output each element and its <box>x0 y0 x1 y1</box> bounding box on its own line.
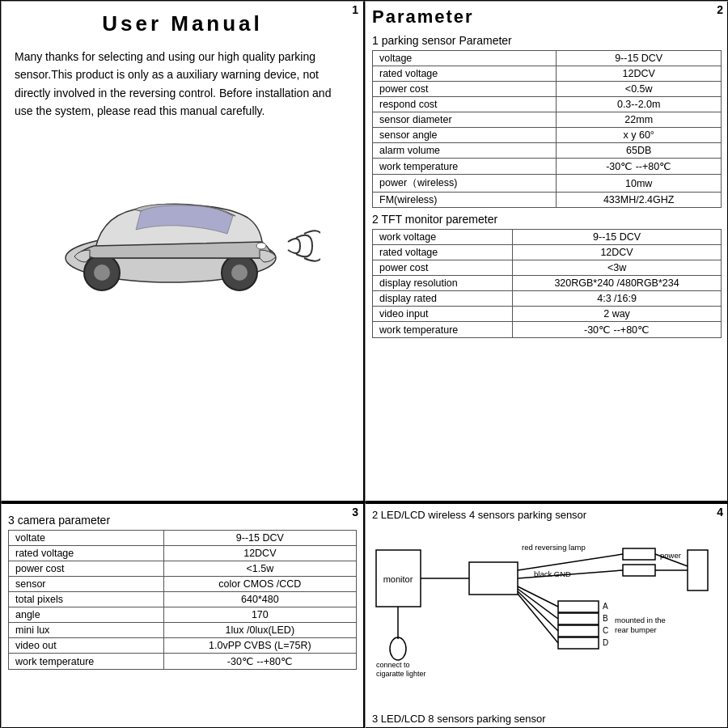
param-value: 170 <box>163 607 356 623</box>
car-svg <box>45 145 320 307</box>
section1-title: 1 parking sensor Parameter <box>372 34 722 47</box>
param-label: voltate <box>9 531 164 546</box>
camera-title: 3 camera parameter <box>8 514 357 527</box>
svg-text:black   GND: black GND <box>534 569 571 578</box>
svg-text:power: power <box>660 551 681 560</box>
param-label: power cost <box>373 260 513 276</box>
param-value: 9--15 DCV <box>513 230 722 245</box>
param-label: video input <box>373 307 513 322</box>
param-label: power（wireless) <box>373 175 557 193</box>
svg-point-5 <box>256 243 266 249</box>
svg-text:connect to: connect to <box>376 661 410 669</box>
quad-number-4: 4 <box>717 506 723 518</box>
quad-parameter: 2 Parameter 1 parking sensor Parameter v… <box>365 1 728 502</box>
wiring-diagram: monitor connect to cigaratte lighter red… <box>372 526 720 704</box>
param-value: 65DB <box>557 143 722 159</box>
param-value: <1.5w <box>163 561 356 577</box>
svg-text:C: C <box>603 626 608 635</box>
param-value: 640*480 <box>163 592 356 607</box>
param-label: rated voltage <box>373 66 557 82</box>
svg-text:rear bumper: rear bumper <box>615 625 657 634</box>
param-main-title: Parameter <box>372 6 722 28</box>
param-value: -30℃ --+80℃ <box>163 654 356 670</box>
param-label: work temperature <box>373 159 557 175</box>
param-label: voltage <box>373 51 557 66</box>
param-value: 12DCV <box>163 546 356 561</box>
parking-param-table: voltage9--15 DCVrated voltage12DCVpower … <box>372 50 722 208</box>
param-label: work temperature <box>9 654 164 670</box>
manual-title: User Manual <box>8 11 357 36</box>
svg-rect-34 <box>558 637 599 649</box>
param-label: video out <box>9 638 164 654</box>
svg-text:mounted  in  the: mounted in the <box>615 616 666 624</box>
param-value: 320RGB*240 /480RGB*234 <box>513 276 722 291</box>
param-label: rated voltage <box>373 245 513 260</box>
svg-rect-15 <box>623 548 655 560</box>
svg-rect-30 <box>558 613 599 624</box>
svg-point-2 <box>94 265 110 281</box>
svg-point-9 <box>390 637 406 660</box>
param-value: <3w <box>513 260 722 276</box>
param-label: total pixels <box>9 592 164 607</box>
bottom-note: 3 LED/LCD 8 sensors parking sensor <box>372 713 722 725</box>
svg-rect-18 <box>623 565 655 576</box>
quad-number-1: 1 <box>352 3 358 16</box>
svg-text:B: B <box>603 614 608 623</box>
camera-param-table: voltate9--15 DCVrated voltage12DCVpower … <box>8 530 357 670</box>
param-label: respond cost <box>373 97 557 112</box>
param-value: 0.3--2.0m <box>557 97 722 112</box>
svg-text:D: D <box>603 638 608 647</box>
param-value: x y 60° <box>557 128 722 143</box>
quad-user-manual: 1 User Manual Many thanks for selecting … <box>1 1 365 502</box>
svg-line-26 <box>518 591 558 631</box>
param-value: 433MH/2.4GHZ <box>557 193 722 208</box>
svg-line-14 <box>518 554 623 570</box>
param-label: sensor <box>9 577 164 592</box>
param-value: 1.0vPP CVBS (L=75R) <box>163 638 356 654</box>
param-value: 9--15 DCV <box>557 51 722 66</box>
svg-text:red  reversing  lamp: red reversing lamp <box>522 543 586 552</box>
param-label: sensor angle <box>373 128 557 143</box>
svg-text:cigaratte lighter: cigaratte lighter <box>376 670 426 678</box>
param-value: -30℃ --+80℃ <box>513 322 722 338</box>
param-label: alarm volume <box>373 143 557 159</box>
param-label: angle <box>9 607 164 623</box>
param-value: 2 way <box>513 307 722 322</box>
param-label: sensor diameter <box>373 112 557 128</box>
param-value: <0.5w <box>557 82 722 97</box>
param-value: 4:3 /16:9 <box>513 291 722 307</box>
tft-param-table: work voltage9--15 DCVrated voltage12DCVp… <box>372 229 722 338</box>
quad-number-3: 3 <box>352 506 358 518</box>
manual-text: Many thanks for selecting and using our … <box>8 48 357 121</box>
svg-text:A: A <box>603 602 608 611</box>
param-value: color CMOS /CCD <box>163 577 356 592</box>
param-value: -30℃ --+80℃ <box>557 159 722 175</box>
param-value: 22mm <box>557 112 722 128</box>
car-diagram <box>8 137 357 315</box>
diagram-title: 2 LED/LCD wireless 4 sensors parking sen… <box>372 509 722 521</box>
param-value: 10mw <box>557 175 722 193</box>
param-value: 12DCV <box>513 245 722 260</box>
param-label: work temperature <box>373 322 513 338</box>
param-label: rated voltage <box>9 546 164 561</box>
param-label: mini lux <box>9 623 164 638</box>
param-value: 9--15 DCV <box>163 531 356 546</box>
svg-rect-28 <box>558 601 599 612</box>
param-label: FM(wireless) <box>373 193 557 208</box>
svg-line-27 <box>518 594 558 643</box>
svg-rect-23 <box>688 550 708 590</box>
svg-rect-32 <box>558 625 599 637</box>
quad-camera: 3 3 camera parameter voltate9--15 DCVrat… <box>1 502 365 728</box>
param-value: 1lux /0lux(LED) <box>163 623 356 638</box>
svg-text:monitor: monitor <box>383 574 413 584</box>
param-label: work voltage <box>373 230 513 245</box>
param-label: display resolution <box>373 276 513 291</box>
param-label: power cost <box>373 82 557 97</box>
param-value: 12DCV <box>557 66 722 82</box>
svg-rect-13 <box>469 562 518 595</box>
param-label: display rated <box>373 291 513 307</box>
quad-diagram: 4 2 LED/LCD wireless 4 sensors parking s… <box>365 502 728 728</box>
svg-point-4 <box>231 265 248 281</box>
quad-number-2: 2 <box>717 3 723 16</box>
param-label: power cost <box>9 561 164 577</box>
